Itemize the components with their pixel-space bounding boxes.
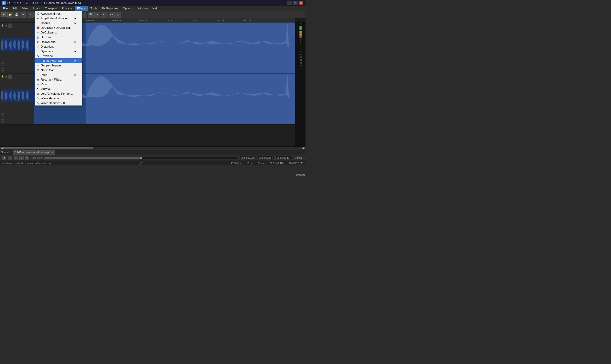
title-text: SOUND FORGE Pro 13 - [11-Rends-moi-mes-l… [7,1,82,4]
ratio-display: 1:3.072 [293,156,303,160]
svg-rect-46 [13,94,14,98]
window-controls[interactable]: ─ □ ✕ [287,1,303,5]
track-1-controls: 🔒 ⊞ 1 [0,22,34,73]
menu-window[interactable]: Window [135,6,150,11]
vu-bar-2 [299,28,302,30]
svg-text:00:01:20: 00:01:20 [243,19,252,22]
scrollbar-thumb[interactable] [4,147,93,149]
menu-view[interactable]: View [20,6,31,11]
save-btn[interactable]: 💾 [14,12,19,18]
position-slider-track[interactable] [44,157,237,159]
bt-prev[interactable]: ⏮ [8,156,12,160]
menu-amplitude-modulation[interactable]: 〰 Amplitude Modulation... ▶ [35,16,82,21]
zoom-in-btn[interactable]: 🔍 [88,12,94,18]
svg-rect-47 [14,92,15,100]
svg-rect-52 [21,93,21,98]
dehisser-icon: 🔉 [36,35,40,39]
vu-db-neg10: -10 [299,50,302,52]
noise-gate-icon: ⊡ [36,68,40,72]
menu-chorus[interactable]: Chorus ▶ [35,21,82,25]
track-1-db-labels: -2,5 -6 -12 -Inf. [1,62,33,72]
menu-corefx[interactable]: ⊕ coreFX Volume Former... [35,91,82,96]
menu-pitch[interactable]: Pitch ▶ [35,72,82,77]
menu-gapper-snipper[interactable]: ✂ Gapper/Snipper... [35,63,82,68]
gapper-icon: ✂ [36,64,40,67]
bt-stop[interactable]: ■ [2,156,6,160]
svg-rect-55 [25,92,25,100]
plugin-btn[interactable]: 🎵 [115,12,121,18]
menu-options[interactable]: Options [121,6,135,11]
file-tab-1[interactable]: 11-Rends-moi-mes-lovés.mp3 × [13,150,55,155]
menu-acoustic-mirror[interactable]: 🎵 Acoustic Mirror... [35,11,82,16]
scroll-left-btn[interactable]: ◀ [1,147,4,149]
close-button[interactable]: ✕ [299,1,303,5]
scrollbar-track[interactable] [4,147,302,149]
menu-resonant-filter[interactable]: ◉ Resgnant Filter... [35,77,82,82]
chorus-arrow: ▶ [75,22,76,24]
menu-wave-hammer2[interactable]: 🔨 Wave Hammer 2.0... [35,101,82,105]
track-1-thumbnail [1,38,33,51]
snap-btn[interactable]: ⊞ [94,12,100,18]
menu-declipper[interactable]: ✂ DeCLipper... [35,30,82,35]
saveas-btn[interactable]: S+ [20,12,26,18]
menu-delay-echo[interactable]: ⟳ Delay/Echo ▶ [35,39,82,44]
menu-transport[interactable]: Transport [43,6,59,11]
menu-envelope[interactable]: ∿ Envelope... [35,54,82,58]
sound-label: Sound 1 [1,151,11,154]
cut-btn[interactable]: ✂ [28,12,34,18]
dynamics-icon [36,49,40,53]
menu-fxfavorites[interactable]: FX Favorites [100,6,120,11]
menu-process[interactable]: Process [60,6,75,11]
svg-rect-58 [29,92,29,99]
marker-btn[interactable]: ⚑ [101,12,106,18]
declipper-icon: ✂ [36,31,40,34]
fx-btn[interactable]: FX [109,12,115,18]
file-tab-close[interactable]: × [51,151,53,154]
scroll-right-btn[interactable]: ▶ [302,147,305,149]
open-btn[interactable]: 📁 [7,12,13,18]
svg-rect-16 [8,40,8,50]
menu-insert[interactable]: Insert [31,6,42,11]
vu-bar-3 [299,31,302,33]
minimize-button[interactable]: ─ [287,1,292,5]
menu-effects[interactable]: Effects [75,6,88,11]
svg-rect-44 [10,92,11,99]
channel-label: Channel [295,173,306,177]
vu-db-neg15: -15 [299,53,302,55]
channels: Stereo [258,162,265,164]
menu-bar: File Edit View Insert Transport Process … [0,6,306,11]
new-btn[interactable]: ■ [1,12,7,18]
menu-noise-gate[interactable]: ⊡ Noise Gate... [35,68,82,72]
menu-reverb[interactable]: ≋ Reverb... [35,82,82,87]
svg-text:00:01:10: 00:01:10 [217,19,225,22]
svg-rect-37 [1,92,2,99]
menu-help[interactable]: Help [150,6,161,11]
menu-dehisser[interactable]: 🔉 DeHisser... [35,35,82,39]
file-tab-label: 11-Rends-moi-mes-lovés.mp3 [15,151,50,154]
svg-rect-14 [5,40,6,49]
bt-record[interactable]: ● [14,156,18,160]
duration: 00:02:49,416 [270,162,284,164]
empty-track-area [0,124,295,146]
menu-vibrato[interactable]: 〜 Vibrato... [35,87,82,91]
bt-play[interactable]: ▶ [19,156,24,160]
envelope-icon: ∿ [36,54,40,58]
menu-declicker[interactable]: 🔇 DeClicker / DeCrackler... [35,25,82,30]
menu-tools[interactable]: Tools [88,6,99,11]
menu-edit[interactable]: Edit [10,6,20,11]
menu-wave-hammer[interactable]: 🔨 Wave Hammer... [35,96,82,101]
menu-dynamics[interactable]: Dynamics ▶ [35,49,82,54]
menu-flanger-wahwah[interactable]: Flanger/Wah-wah ▶ [35,58,82,63]
position-slider-thumb[interactable] [140,157,142,159]
vibrato-label: Vibrato... [41,87,52,90]
svg-rect-12 [2,39,3,50]
svg-rect-30 [26,42,27,48]
menu-distortion[interactable]: ⚡ Distortion... [35,44,82,49]
svg-rect-29 [25,41,25,49]
amplitude-mod-arrow: ▶ [75,17,76,20]
svg-rect-27 [22,40,23,49]
maximize-button[interactable]: □ [293,1,298,5]
bt-loop[interactable]: ↻ [25,156,29,160]
menu-file[interactable]: File [1,6,10,11]
svg-rect-19 [12,39,12,50]
